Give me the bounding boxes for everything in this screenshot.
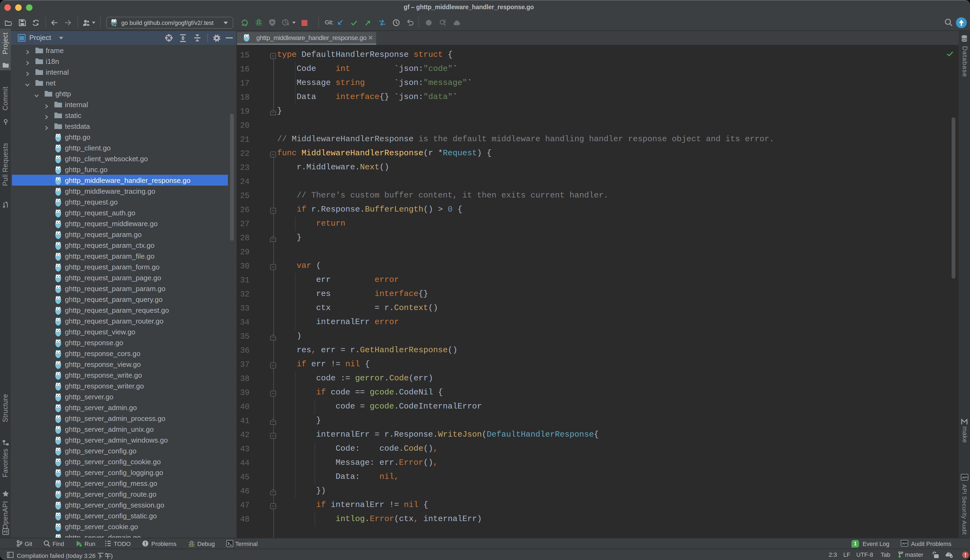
svg-text:?: ? bbox=[948, 552, 950, 557]
svg-text:/API: /API bbox=[961, 476, 967, 479]
svg-text:/API: /API bbox=[901, 542, 907, 545]
